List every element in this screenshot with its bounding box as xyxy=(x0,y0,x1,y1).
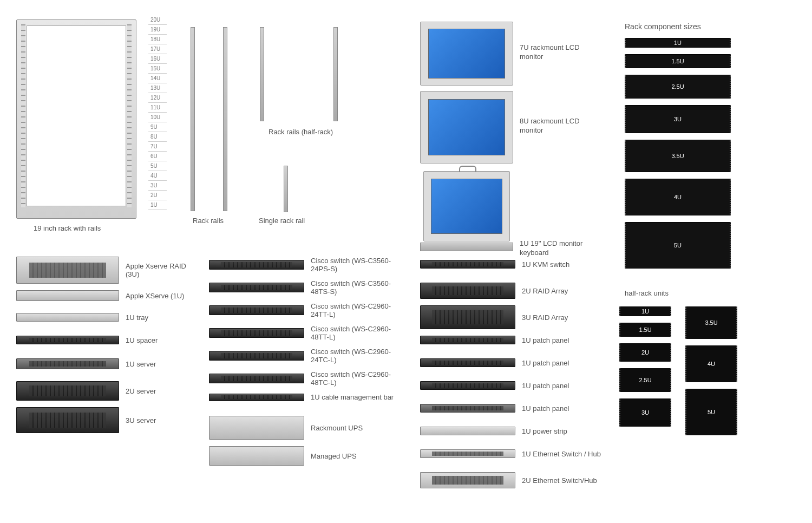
device-label: Cisco switch (WS-C2960-24TC-L) xyxy=(311,348,403,364)
device-shape xyxy=(16,336,119,344)
ruler-tick: 4U xyxy=(148,171,167,181)
device-label: 1U spacer xyxy=(126,336,158,344)
device-shape xyxy=(420,336,515,344)
device-shape xyxy=(209,260,304,270)
device-label: 1U patch panel xyxy=(522,359,569,367)
ruler-tick: 11U xyxy=(148,103,167,113)
ruler-tick: 10U xyxy=(148,113,167,122)
monitor-8u xyxy=(420,91,513,164)
ruler-tick: 8U xyxy=(148,132,167,142)
ruler-tick: 17U xyxy=(148,44,167,54)
device-row: 2U Ethernet Switch/Hub xyxy=(420,472,620,488)
ruler-tick: 14U xyxy=(148,74,167,83)
ruler-tick: 16U xyxy=(148,54,167,64)
device-row: 1U KVM switch xyxy=(420,260,620,269)
device-shape xyxy=(209,446,304,466)
device-shape xyxy=(16,257,119,284)
rail-single-label: Single rack rail xyxy=(259,217,305,226)
size-block: 2.5U xyxy=(625,75,731,99)
size-block: 1U xyxy=(625,38,731,48)
device-shape xyxy=(209,283,304,292)
device-label: Apple Xserve RAID (3U) xyxy=(126,262,200,278)
device-shape xyxy=(16,358,119,369)
half-size-block: 2U xyxy=(619,343,671,362)
rack-rail-left xyxy=(191,27,195,211)
half-size-block: 1.5U xyxy=(619,323,671,337)
size-block: 5U xyxy=(625,222,731,269)
device-row: 1U patch panel xyxy=(420,358,620,367)
device-label: Rackmount UPS xyxy=(311,424,363,432)
monitor-kvm xyxy=(420,171,513,251)
device-label: Cisco switch (WS-C3560-48TS-S) xyxy=(311,279,403,296)
device-row: 1U cable management bar xyxy=(209,393,409,401)
device-row: 1U patch panel xyxy=(420,404,620,413)
device-label: 1U KVM switch xyxy=(522,260,569,269)
ruler-tick: 3U xyxy=(148,181,167,191)
device-shape xyxy=(209,394,304,401)
device-shape xyxy=(209,305,304,315)
device-label: 3U RAID Array xyxy=(522,313,568,322)
device-shape xyxy=(420,449,515,458)
ruler-tick: 9U xyxy=(148,122,167,132)
size-block: 1.5U xyxy=(625,54,731,68)
device-shape xyxy=(420,358,515,367)
device-shape xyxy=(16,407,119,433)
rack-rail-right xyxy=(223,27,227,211)
ruler-tick: 1U xyxy=(148,200,167,210)
device-label: 2U RAID Array xyxy=(522,287,568,295)
device-label: Cisco switch (WS-C2960-24TT-L) xyxy=(311,302,403,318)
device-shape xyxy=(209,416,304,440)
device-row: 1U spacer xyxy=(16,336,200,344)
device-shape xyxy=(209,328,304,338)
device-shape xyxy=(420,260,515,269)
ruler-tick: 6U xyxy=(148,152,167,161)
device-row: Cisco switch (WS-C3560-24PS-S) xyxy=(209,257,409,273)
ruler-tick: 12U xyxy=(148,93,167,103)
device-label: 2U Ethernet Switch/Hub xyxy=(522,476,597,485)
device-label: 1U power strip xyxy=(522,427,567,435)
device-row: Cisco switch (WS-C2960-48TT-L) xyxy=(209,325,409,341)
monitor-7u xyxy=(420,22,513,86)
device-label: Cisco switch (WS-C2960-48TT-L) xyxy=(311,325,403,341)
ruler-tick: 13U xyxy=(148,83,167,93)
device-row: 1U patch panel xyxy=(420,336,620,344)
device-row: 1U patch panel xyxy=(420,381,620,390)
ruler-tick: 20U xyxy=(148,15,167,25)
device-row: Managed UPS xyxy=(209,446,409,466)
monitor-kvm-label: 1U 19'' LCD monitor keyboard xyxy=(520,239,606,258)
device-label: Cisco switch (WS-C2960-48TC-L) xyxy=(311,370,403,387)
device-row: 3U server xyxy=(16,407,200,433)
device-label: 1U tray xyxy=(126,313,148,322)
device-row: Apple XServe (1U) xyxy=(16,290,200,301)
device-row: Cisco switch (WS-C2960-48TC-L) xyxy=(209,370,409,387)
device-shape xyxy=(16,381,119,401)
device-label: 1U cable management bar xyxy=(311,393,394,401)
device-shape xyxy=(16,290,119,301)
device-label: 1U Ethernet Switch / Hub xyxy=(522,450,601,458)
half-rail-2 xyxy=(333,27,338,121)
ruler-tick: 2U xyxy=(148,191,167,200)
device-shape xyxy=(420,472,515,488)
device-shape xyxy=(16,313,119,322)
device-row: Rackmount UPS xyxy=(209,416,409,440)
device-row: 1U Ethernet Switch / Hub xyxy=(420,449,620,458)
half-title: half-rack units xyxy=(625,289,669,298)
monitor-8u-label: 8U rackmount LCD monitor xyxy=(520,117,601,135)
device-shape xyxy=(420,427,515,435)
monitor-7u-label: 7U rackmount LCD monitor xyxy=(520,43,601,62)
device-shape xyxy=(420,381,515,390)
half-size-block: 3.5U xyxy=(685,306,737,339)
rails-half-label: Rack rails (half-rack) xyxy=(269,128,333,137)
device-label: 1U server xyxy=(126,360,156,368)
device-label: 1U patch panel xyxy=(522,382,569,390)
ruler-tick: 18U xyxy=(148,35,167,44)
device-shape xyxy=(209,351,304,361)
device-label: 3U server xyxy=(126,416,156,424)
size-block: 3.5U xyxy=(625,140,731,172)
device-row: Apple Xserve RAID (3U) xyxy=(16,257,200,284)
device-row: 2U RAID Array xyxy=(420,283,620,299)
ruler-tick: 19U xyxy=(148,25,167,35)
device-shape xyxy=(420,305,515,329)
single-rail xyxy=(284,166,288,212)
half-size-block: 1U xyxy=(619,306,671,316)
